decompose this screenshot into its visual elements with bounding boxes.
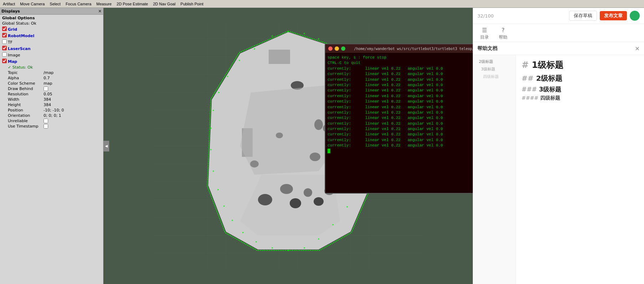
publish-btn[interactable]: 发布文章 [600, 11, 627, 20]
map-checkbox[interactable] [2, 59, 7, 63]
terminal-line-0: space key, s : force stop [328, 55, 473, 60]
focus-camera-btn[interactable]: Focus Camera [64, 2, 93, 6]
robotmodel-label[interactable]: RobotModel [8, 34, 101, 38]
svg-point-73 [210, 149, 212, 150]
use-timestamp-checkbox[interactable] [44, 124, 48, 129]
terminal-maximize-btn[interactable] [341, 46, 345, 51]
help-toc: 2级标题 3级标题 四级标题 [473, 55, 516, 284]
help-icon: ? [502, 27, 505, 34]
md-heading-1: 1级标题 [522, 59, 638, 71]
width-value: 384 [44, 97, 51, 102]
image-label[interactable]: Image [8, 53, 101, 58]
height-label: Height [8, 103, 44, 107]
tf-label[interactable]: TF [8, 40, 101, 45]
color-scheme-label: Color Scheme [8, 81, 44, 86]
global-status-label: Global Status: Ok [1, 21, 102, 26]
robotmodel-row: RobotModel [1, 33, 102, 39]
terminal-line-12: currently: linear vel 0.22 angular vel 0… [328, 110, 473, 115]
svg-point-78 [239, 60, 240, 61]
panel-content: Global Options Global Status: Ok Grid Ro… [0, 15, 103, 284]
position-row: Position -10; -10; 0 [1, 108, 102, 113]
tab-toc-label: 目录 [480, 34, 489, 40]
2d-pose-estimate-btn[interactable]: 2D Pose Estimate [115, 2, 149, 6]
height-value: 384 [44, 103, 51, 107]
toc-item-h2[interactable]: 2级标题 [476, 58, 513, 65]
select-btn[interactable]: Select [48, 2, 62, 6]
image-checkbox[interactable] [2, 52, 7, 57]
svg-point-63 [318, 238, 319, 240]
robotmodel-checkbox[interactable] [2, 33, 7, 38]
svg-point-50 [318, 38, 319, 40]
terminal-close-btn[interactable] [328, 46, 333, 51]
right-panel-header: 32/100 保存草稿 发布文章 [473, 8, 644, 24]
svg-marker-43 [240, 85, 336, 175]
toc-item-h4[interactable]: 四级标题 [476, 73, 513, 80]
right-panel: 32/100 保存草稿 发布文章 ☰ 目录 ? 帮助 帮助文档 × 2级标题 [473, 8, 644, 284]
alpha-value: 0.7 [44, 76, 50, 80]
draw-behind-label: Draw Behind [8, 86, 44, 91]
terminal-line-11: currently: linear vel 0.22 angular vel 0… [328, 105, 473, 110]
svg-point-49 [304, 33, 305, 34]
svg-point-74 [210, 128, 212, 129]
terminal-line-13: currently: linear vel 0.22 angular vel 0… [328, 115, 473, 121]
svg-point-64 [304, 247, 305, 249]
tab-help-label: 帮助 [499, 34, 507, 40]
map-label[interactable]: Map [8, 59, 101, 64]
publish-point-btn[interactable]: Publish Point [179, 2, 205, 6]
topic-row: Topic /map [1, 70, 102, 75]
alpha-label: Alpha [8, 76, 44, 80]
svg-point-79 [254, 48, 255, 50]
collapse-arrow[interactable]: ◀ [103, 141, 109, 151]
draw-behind-row: Draw Behind [1, 86, 102, 91]
topic-label: Topic [8, 70, 44, 75]
terminal-line-14: currently: linear vel 0.22 angular vel 0… [328, 121, 473, 126]
position-label: Position [8, 108, 44, 113]
terminal-line-5: currently: linear vel 0.22 angular vel 0… [328, 71, 473, 77]
svg-point-46 [290, 198, 301, 208]
md-heading-3: 3级标题 [522, 85, 638, 94]
grid-row: Grid [1, 26, 102, 33]
terminal-line-17: currently: linear vel 0.22 angular vel 0… [328, 138, 473, 143]
terminal-body[interactable]: space key, s : force stop CTRL-C to quit… [325, 53, 473, 193]
measure-btn[interactable]: Measure [95, 2, 113, 6]
terminal-minimize-btn[interactable] [335, 46, 339, 51]
toc-item-h3[interactable]: 3级标题 [476, 65, 513, 73]
svg-point-71 [217, 189, 219, 190]
svg-rect-30 [269, 50, 290, 64]
global-options-label: Global Options [1, 15, 102, 21]
artifact-btn[interactable]: Artifact [1, 2, 16, 6]
terminal-line-7: currently: linear vel 0.22 angular vel 0… [328, 83, 473, 88]
tab-toc[interactable]: ☰ 目录 [477, 25, 492, 42]
laserscan-label[interactable]: LaserScan [8, 46, 101, 51]
2d-nav-goal-btn[interactable]: 2D Nav Goal [152, 2, 177, 6]
svg-point-77 [227, 76, 228, 77]
position-value: -10; -10; 0 [44, 108, 64, 113]
tab-help[interactable]: ? 帮助 [496, 25, 510, 42]
color-scheme-value: map [44, 81, 52, 86]
help-close-btn[interactable]: × [635, 45, 640, 52]
laserscan-checkbox[interactable] [2, 46, 7, 50]
main-area: Displays × Global Options Global Status:… [0, 8, 644, 284]
svg-point-72 [213, 170, 214, 172]
panel-close-btn[interactable]: × [98, 9, 102, 14]
terminal-line-6: currently: linear vel 0.22 angular vel 0… [328, 77, 473, 83]
map-status: ✓ Status: Ok [1, 65, 102, 70]
terminal-line-18: currently: linear vel 0.22 angular vel 0… [328, 143, 473, 148]
grid-checkbox[interactable] [2, 26, 7, 31]
tf-row: TF [1, 39, 102, 45]
height-row: Height 384 [1, 102, 102, 108]
panel-title: Displays [1, 9, 20, 14]
terminal-line-2: CTRL-C to quit [328, 60, 473, 66]
unreliable-checkbox[interactable] [44, 119, 48, 123]
center-area: ◀ [103, 8, 473, 284]
map-row: Map [1, 58, 102, 65]
tf-checkbox[interactable] [2, 39, 7, 44]
draw-behind-checkbox[interactable] [44, 86, 48, 91]
save-draft-btn[interactable]: 保存草稿 [569, 11, 597, 21]
grid-label[interactable]: Grid [8, 27, 101, 32]
move-camera-btn[interactable]: Move Camera [19, 2, 46, 6]
help-doc-title: 帮助文档 × [473, 42, 644, 55]
svg-point-61 [346, 206, 348, 208]
resolution-value: 0.05 [44, 92, 52, 96]
md-heading-4: 四级标题 [522, 95, 638, 101]
